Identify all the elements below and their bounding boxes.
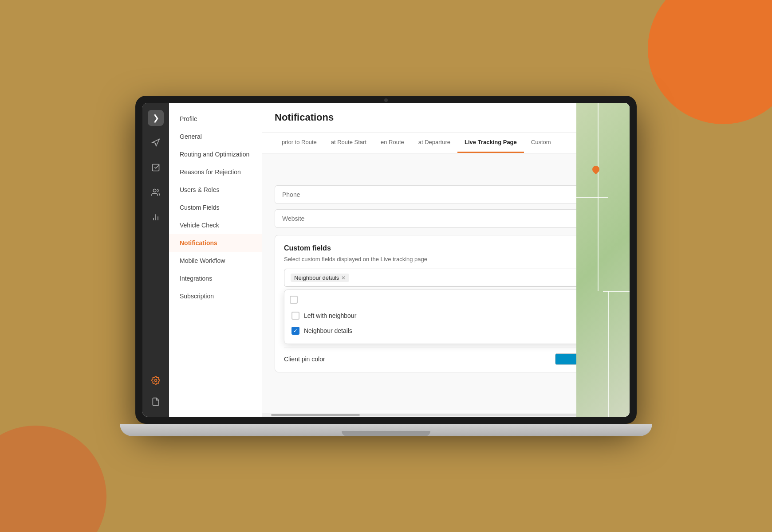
nav-item-rejection[interactable]: Reasons for Rejection: [169, 163, 262, 181]
phone-field[interactable]: [275, 185, 617, 204]
app-container: ❯: [142, 103, 630, 417]
docs-icon[interactable]: [148, 394, 164, 410]
website-field[interactable]: [275, 209, 617, 228]
bg-decoration-bottom: [0, 426, 106, 532]
people-icon[interactable]: [148, 184, 164, 200]
checkbox-left-with-neighbour[interactable]: [291, 312, 299, 320]
horizontal-scrollbar[interactable]: [262, 413, 630, 417]
custom-fields-section: Custom fields Select custom fields displ…: [275, 235, 617, 372]
nav-item-custom-fields[interactable]: Custom Fields: [169, 199, 262, 216]
checkbox-neighbour-details[interactable]: ✓: [291, 327, 299, 335]
option-left-with-neighbour[interactable]: Left with neighbour: [290, 308, 602, 323]
bg-decoration-top: [648, 0, 772, 124]
main-content: Notifications ID LH ▾ prior to Route at …: [262, 103, 630, 417]
map-inner: [576, 103, 630, 417]
tab-custom[interactable]: Custom: [524, 133, 558, 153]
scrollbar-track: [271, 414, 621, 416]
tasks-icon[interactable]: [148, 160, 164, 176]
main-header: Notifications ID LH ▾: [262, 103, 630, 133]
tab-at-departure[interactable]: at Departure: [411, 133, 457, 153]
nav-item-vehicle-check[interactable]: Vehicle Check: [169, 216, 262, 234]
laptop-wrapper: ❯: [120, 96, 652, 436]
nav-item-general[interactable]: General: [169, 128, 262, 145]
nav-item-integrations[interactable]: Integrations: [169, 270, 262, 287]
custom-fields-dropdown[interactable]: Neighbour details ✕ ▾: [284, 269, 608, 287]
dropdown-selected-tag: Neighbour details ✕: [291, 274, 349, 282]
client-pin-label: Client pin color: [284, 356, 548, 363]
chart-icon[interactable]: [148, 209, 164, 225]
location-icon[interactable]: [148, 135, 164, 151]
nav-item-users[interactable]: Users & Roles: [169, 181, 262, 199]
option-neighbour-details[interactable]: ✓ Neighbour details: [290, 323, 602, 338]
laptop-base: [120, 424, 652, 436]
svg-point-2: [153, 189, 156, 192]
map-preview: [576, 103, 630, 417]
select-all-checkbox[interactable]: [290, 296, 298, 304]
svg-marker-0: [153, 139, 160, 146]
dropdown-popup: ✕ Left with neighbour ✓ Neighbour detail…: [284, 289, 608, 344]
icon-sidebar: ❯: [142, 103, 169, 417]
tab-prior-to-route[interactable]: prior to Route: [275, 133, 324, 153]
nav-item-routing[interactable]: Routing and Optimization: [169, 145, 262, 163]
scrollbar-thumb[interactable]: [271, 414, 360, 416]
nav-item-mobile-workflow[interactable]: Mobile Workflow: [169, 252, 262, 270]
section-title: Custom fields: [284, 244, 608, 252]
popup-header: ✕: [290, 295, 602, 304]
settings-icon[interactable]: [148, 372, 164, 388]
tab-live-tracking-page[interactable]: Live Tracking Page: [457, 133, 524, 153]
nav-item-profile[interactable]: Profile: [169, 110, 262, 128]
nav-toggle-icon[interactable]: ❯: [148, 110, 164, 126]
svg-point-6: [155, 379, 157, 382]
client-pin-row: Client pin color #0090C5: [284, 348, 608, 365]
dropdown-tag-remove[interactable]: ✕: [341, 275, 346, 281]
tabs-bar: prior to Route at Route Start en Route a…: [262, 133, 630, 153]
left-nav: Profile General Routing and Optimization…: [169, 103, 262, 417]
page-title: Notifications: [275, 112, 334, 123]
nav-item-subscription[interactable]: Subscription: [169, 287, 262, 305]
tab-en-route[interactable]: en Route: [374, 133, 411, 153]
section-desc: Select custom fields displayed on the Li…: [284, 256, 608, 262]
content-area: Save Custom fields Select custom fields …: [262, 153, 630, 413]
nav-item-notifications[interactable]: Notifications: [169, 234, 262, 252]
laptop-screen: ❯: [135, 96, 637, 424]
client-pin-color-swatch[interactable]: [555, 353, 577, 365]
save-btn-row: Save: [275, 162, 617, 178]
svg-rect-1: [153, 164, 159, 171]
tab-at-route-start[interactable]: at Route Start: [324, 133, 374, 153]
